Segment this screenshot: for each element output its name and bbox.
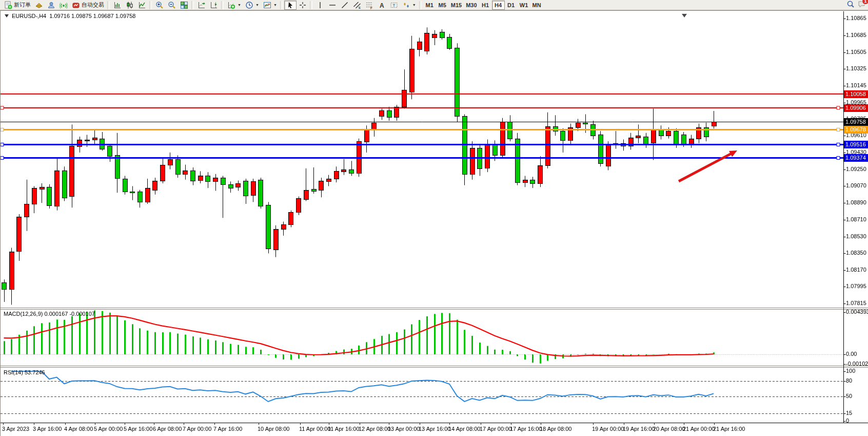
toolbar-group-add: ▼▼▼ — [225, 0, 279, 10]
trendline-button[interactable] — [339, 1, 351, 10]
price-axis-tick: 1.08710 — [846, 216, 866, 222]
toolbar-separator — [149, 1, 152, 9]
text-button[interactable]: A — [376, 1, 388, 10]
rsi-indicator-label: RSI(14) 53.7246 — [4, 369, 45, 375]
time-axis-label: 21 Apr 00:00 — [683, 426, 715, 432]
toolbar-separator — [419, 1, 422, 9]
tf-m30-button-label: M30 — [466, 2, 477, 8]
price-axis-tick: 1.07815 — [846, 300, 866, 306]
trendline-icon — [341, 1, 349, 9]
time-axis-label: 11 Apr 16:00 — [328, 426, 360, 432]
cursor-button[interactable] — [284, 1, 297, 10]
tf-w1-button[interactable]: W1 — [518, 1, 530, 10]
tf-m5-button[interactable]: M5 — [436, 1, 449, 10]
hline-button[interactable] — [326, 1, 339, 10]
price-axis-tick: 1.10865 — [846, 15, 866, 21]
bar-chart-button[interactable] — [111, 1, 124, 10]
chart-title: EURUSD-,H4 1.09716 1.09875 1.09687 1.097… — [5, 13, 135, 19]
price-axis-tick: 1.10145 — [846, 82, 866, 88]
rsi-axis-label: 0 — [846, 418, 849, 424]
zoom-in-button[interactable] — [153, 1, 166, 10]
chat-icon[interactable]: 1 — [858, 0, 866, 10]
chart-shift-button[interactable] — [208, 1, 220, 10]
autotrading-button[interactable]: 自动交易 — [70, 1, 106, 10]
tf-m30-button[interactable]: M30 — [464, 1, 479, 10]
chart-window[interactable]: EURUSD-,H4 1.09716 1.09875 1.09687 1.097… — [0, 10, 868, 436]
auto-scroll-icon — [198, 1, 206, 9]
search-icon[interactable] — [846, 0, 855, 10]
signal-icon — [60, 1, 68, 9]
period-button[interactable]: ▼ — [243, 1, 261, 10]
price-axis-tick: 1.10685 — [846, 32, 866, 38]
label-icon: T — [390, 1, 398, 9]
dropdown-caret-icon[interactable]: ▼ — [255, 3, 259, 7]
tf-m1-button[interactable]: M1 — [423, 1, 436, 10]
price-axis-tick: 1.09070 — [846, 182, 866, 188]
new-chart-button[interactable] — [33, 1, 45, 10]
profile-button[interactable] — [45, 1, 57, 10]
time-axis-label: 7 Apr 00:00 — [183, 426, 211, 432]
profile-icon — [47, 1, 55, 9]
toolbar-group-arrange — [195, 0, 220, 10]
auto-scroll-button[interactable] — [195, 1, 208, 10]
arrows-button[interactable]: ▼ — [400, 1, 418, 10]
tf-h1-button[interactable]: H1 — [479, 1, 492, 10]
dropdown-caret-icon[interactable]: ▼ — [238, 3, 241, 7]
main-toolbar: 新订单自动交易▼▼▼EFAT▼M1M5M15M30H1H4D1W1MN1 — [0, 0, 868, 10]
line-chart-button[interactable] — [136, 1, 148, 10]
tile-windows-button[interactable] — [178, 1, 190, 10]
tf-mn-button[interactable]: MN — [530, 1, 543, 10]
candlestick-button[interactable] — [124, 1, 136, 10]
tf-mn-button-label: MN — [532, 2, 541, 8]
tf-m15-button[interactable]: M15 — [449, 1, 464, 10]
tf-h1-button-label: H1 — [482, 2, 489, 8]
price-axis-tick: 1.07995 — [846, 283, 866, 289]
autotrade-icon — [72, 1, 80, 9]
price-chart-canvas[interactable] — [1, 11, 868, 436]
price-tag: 1.09758 — [844, 118, 868, 126]
price-axis-tick: 1.08530 — [846, 233, 866, 239]
dropdown-caret-icon[interactable]: ▼ — [412, 3, 416, 7]
time-axis-label: 14 Apr 08:00 — [448, 426, 480, 432]
collapse-triangle-icon[interactable] — [5, 14, 9, 17]
zoom-out-button[interactable] — [166, 1, 178, 10]
macd-axis-label: -0.001021 — [846, 361, 868, 367]
notification-badge: 1 — [862, 0, 868, 5]
signals-button[interactable] — [57, 1, 70, 10]
tf-m15-button-label: M15 — [451, 2, 462, 8]
fibonacci-button[interactable]: F — [363, 1, 376, 10]
price-tag: 1.09374 — [844, 154, 868, 162]
price-axis-tick: 1.10325 — [846, 65, 866, 71]
add-indicator-button[interactable]: ▼ — [225, 1, 243, 10]
tf-d1-button[interactable]: D1 — [505, 1, 518, 10]
clock-icon — [245, 1, 253, 9]
time-axis-label: 12 Apr 08:00 — [359, 426, 390, 432]
toolbar-separator — [107, 1, 110, 9]
vline-button[interactable] — [314, 1, 326, 10]
new-order-button[interactable]: 新订单 — [2, 1, 33, 10]
template-button[interactable]: ▼ — [261, 1, 279, 10]
text-icon: A — [378, 1, 386, 9]
time-axis-label: 6 Apr 08:00 — [153, 426, 182, 432]
crosshair-icon — [299, 1, 307, 9]
toolbar-group-zoom — [153, 0, 190, 10]
price-axis-tick: 1.08170 — [846, 267, 866, 273]
crosshair-button[interactable] — [297, 1, 309, 10]
macd-axis-label: 0.004393 — [846, 309, 868, 315]
hline-icon — [328, 1, 337, 9]
toolbar-group-trade: 新订单自动交易 — [2, 0, 106, 10]
channel-button[interactable]: E — [351, 1, 363, 10]
rsi-axis-label: 80 — [846, 377, 852, 384]
chart-ohlc-values: 1.09716 1.09875 1.09687 1.09758 — [49, 13, 135, 19]
label-button[interactable]: T — [388, 1, 400, 10]
candlestick-icon — [126, 1, 134, 9]
svg-text:E: E — [359, 6, 361, 9]
svg-text:A: A — [380, 2, 384, 9]
chart-symbol-period: EURUSD-,H4 — [12, 13, 46, 19]
macd-indicator-label: MACD(12,26,9) 0.000167 -0.000107 — [4, 311, 95, 317]
tf-h4-button[interactable]: H4 — [492, 1, 505, 10]
new-order-icon — [4, 1, 12, 9]
time-axis-label: 3 Apr 2023 — [2, 426, 29, 432]
chart-shift-marker-icon[interactable] — [682, 14, 687, 17]
dropdown-caret-icon[interactable]: ▼ — [273, 3, 277, 7]
